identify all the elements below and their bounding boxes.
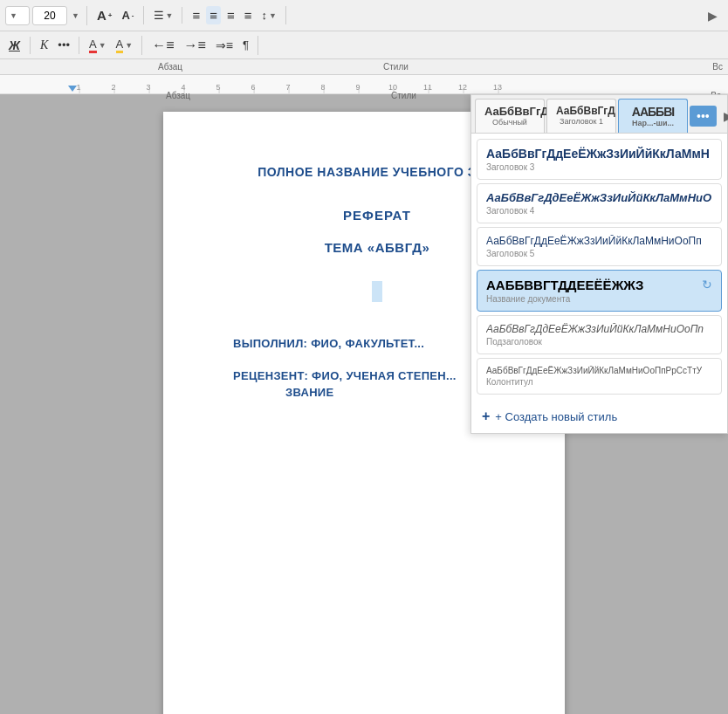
decrease-font-label: A: [121, 9, 129, 22]
indent-inc-icon: →≡: [184, 38, 206, 53]
ruler-mark-5: 5: [201, 83, 236, 92]
align-right-btn[interactable]: ≡: [223, 6, 238, 24]
style-item-h5[interactable]: АаБбВвГгДдЕеЁЖжЗзИиЙйКкЛаМмНиОоПп Заголо…: [477, 227, 722, 266]
list-chevron-icon: ▼: [166, 11, 174, 20]
style-item-h4[interactable]: АаБбВвГгДдЕеЁЖжЗзИиЙйКкЛаМмНиО Заголовок…: [477, 183, 722, 223]
ruler-mark-6: 6: [236, 83, 271, 92]
italic-btn[interactable]: K: [37, 37, 52, 54]
style-item-subhead[interactable]: АаБбВвГгДдЕеЁЖжЗзИиЙйКкЛаМмНиОоПп Подзаг…: [477, 315, 722, 354]
font-dropdown-arrow: ▼: [10, 11, 17, 20]
color-group: А ▼ А ▼: [86, 36, 142, 55]
separator1: [30, 37, 31, 54]
styles-list: АаБбВвГгДдЕеЁЖжЗзИиЙйКкЛаМмН Заголовок 3…: [471, 134, 727, 400]
style-docname-preview: ААББВВГТДДЕЕЁЁЖЖЗ: [486, 278, 702, 292]
ruler-numbers: 1 2 3 4 5 6 7 8 9 10 11 12 13: [0, 83, 515, 92]
style-h3-name: Заголовок 3: [486, 162, 712, 172]
styles-right-scroll-btn[interactable]: ▶: [718, 106, 728, 127]
main-area: ПОЛНОЕ НАЗВАНИЕ УЧЕБНОГО ЗА... РЕФЕРАТ Т…: [0, 94, 728, 714]
list-indent-icon: ⇒≡: [216, 38, 233, 52]
create-style-label: + Создать новый стиль: [495, 410, 617, 423]
paragraph-mark-icon: ¶: [243, 38, 249, 51]
line-spacing-icon: ↕: [261, 9, 267, 22]
more-format-btn[interactable]: •••: [54, 37, 73, 53]
font-color-label: А: [89, 38, 97, 53]
style-item-docname[interactable]: ↻ ААББВВГТДДЕЕЁЁЖЖЗ Название документа: [477, 270, 722, 312]
style-footer-preview: АаБбВвГгДдЕеЁЖжЗзИиЙйКкЛаМмНиОоПпРрСсТтУ: [486, 366, 712, 375]
ruler-mark-1: 1: [61, 83, 96, 92]
vse-section-label: Вс: [712, 62, 723, 72]
styles-tabs: АаБбВвГгДд Обычный АаБбВвГгД Заголовок 1…: [471, 95, 727, 134]
highlight-chevron-icon: ▼: [125, 41, 133, 50]
ruler-mark-2: 2: [96, 83, 131, 92]
list-indent-btn[interactable]: ⇒≡: [212, 37, 237, 54]
tab-h2[interactable]: ААББВI Нар...-ши...: [618, 99, 688, 133]
tab-h1-preview: АаБбВвГгД: [556, 105, 607, 117]
bullet-list-btn[interactable]: ☰ ▼: [150, 7, 177, 24]
tab-h2-preview: ААББВI: [628, 105, 678, 119]
style-h3-preview: АаБбВвГгДдЕеЁЖжЗзИиЙйКкЛаМмН: [486, 147, 712, 161]
font-color-chevron-icon: ▼: [99, 41, 106, 50]
ruler-mark-9: 9: [340, 83, 375, 92]
style-docname-name: Название документа: [486, 294, 712, 304]
indent-inc-btn[interactable]: →≡: [181, 36, 209, 55]
font-size-group: A+ A-: [93, 6, 144, 24]
increase-font-btn[interactable]: A+: [93, 6, 116, 24]
highlight-btn[interactable]: А ▼: [113, 36, 137, 55]
font-size-chevron-icon: ▼: [72, 11, 79, 20]
more-icon: •••: [697, 109, 710, 123]
scroll-right-icon: ▶: [724, 109, 728, 123]
ruler: 1 2 3 4 5 6 7 8 9 10 11 12 13: [0, 75, 728, 94]
toolbar-row2: Ж K ••• А ▼ А ▼ ←≡ →≡ ⇒≡ ¶ Абзац Стили: [0, 31, 728, 59]
tab-h2-label: Нар...-ши...: [628, 119, 678, 127]
font-color-btn[interactable]: А ▼: [86, 36, 110, 55]
indent-dec-icon: ←≡: [152, 38, 174, 53]
plus-icon: +: [482, 408, 490, 424]
ruler-mark-13: 13: [480, 83, 515, 92]
doc-cursor: [372, 281, 382, 302]
stili-section-label: Стили: [383, 62, 409, 72]
ruler-mark-3: 3: [131, 83, 166, 92]
style-footer-name: Колонтитул: [486, 377, 712, 387]
highlight-label: А: [116, 38, 124, 53]
font-group: ▼ 20 ▼: [5, 6, 87, 25]
font-size-dropdown-btn[interactable]: ▼: [70, 10, 81, 21]
tab-h1[interactable]: АаБбВвГгД Заголовок 1: [546, 99, 616, 133]
refresh-icon[interactable]: ↻: [702, 278, 712, 292]
bold-btn[interactable]: Ж: [5, 37, 24, 54]
tab-normal[interactable]: АаБбВвГгДд Обычный: [475, 99, 545, 133]
paragraph-mark-btn[interactable]: ¶: [239, 37, 252, 53]
style-h4-name: Заголовок 4: [486, 206, 712, 216]
tab-h1-label: Заголовок 1: [556, 117, 607, 126]
align-justify-btn[interactable]: ≡: [241, 6, 256, 24]
style-item-footer[interactable]: АаБбВвГгДдЕеЁЖжЗзИиЙйКкЛаМмНиОоПпРрСсТтУ…: [477, 358, 722, 395]
doc-reviewer-rank: ЗВАНИЕ: [285, 386, 333, 399]
list-group: ☰ ▼: [150, 7, 183, 24]
ruler-mark-8: 8: [306, 83, 340, 92]
line-spacing-btn[interactable]: ↕ ▼: [258, 7, 279, 24]
bullet-list-icon: ☰: [154, 9, 164, 22]
tab-normal-label: Обычный: [484, 118, 535, 127]
align-left-btn[interactable]: ≡: [189, 6, 203, 24]
styles-more-btn[interactable]: •••: [690, 106, 717, 127]
stili-label: Стили: [391, 91, 416, 100]
increase-font-label: A: [97, 8, 106, 23]
indent-dec-btn[interactable]: ←≡: [148, 36, 177, 55]
style-subhead-preview: АаБбВвГгДдЕеЁЖжЗзИиЙйКкЛаМмНиОоПп: [486, 323, 712, 335]
style-subhead-name: Подзаголовок: [486, 337, 712, 347]
abzats-section-label: Абзац: [158, 62, 182, 72]
decrease-font-btn[interactable]: A-: [118, 7, 137, 24]
style-item-h3[interactable]: АаБбВвГгДдЕеЁЖжЗзИиЙйКкЛаМмН Заголовок 3: [477, 139, 722, 180]
styles-scroll-right-btn[interactable]: ▶: [703, 5, 723, 26]
align-group: ≡ ≡ ≡ ≡ ↕ ▼: [189, 6, 285, 24]
style-h4-preview: АаБбВвГгДдЕеЁЖжЗзИиЙйКкЛаМмНиО: [486, 191, 712, 204]
more-dots-icon: •••: [58, 38, 70, 51]
font-size-input[interactable]: 20: [32, 6, 67, 25]
create-style-btn[interactable]: + + Создать новый стиль: [471, 400, 727, 433]
section-labels-bar: Абзац Стили Вс: [0, 59, 728, 75]
toolbar-row1: ▼ 20 ▼ A+ A- ☰ ▼ ≡ ≡ ≡ ≡ ↕ ▼ ▶: [0, 0, 728, 31]
font-dropdown-btn[interactable]: ▼: [5, 6, 30, 25]
ruler-mark-7: 7: [271, 83, 306, 92]
styles-panel: АаБбВвГгДд Обычный АаБбВвГгД Заголовок 1…: [470, 94, 728, 434]
align-center-btn[interactable]: ≡: [206, 6, 221, 24]
style-h5-preview: АаБбВвГгДдЕеЁЖжЗзИиЙйКкЛаМмНиОоПп: [486, 235, 712, 247]
